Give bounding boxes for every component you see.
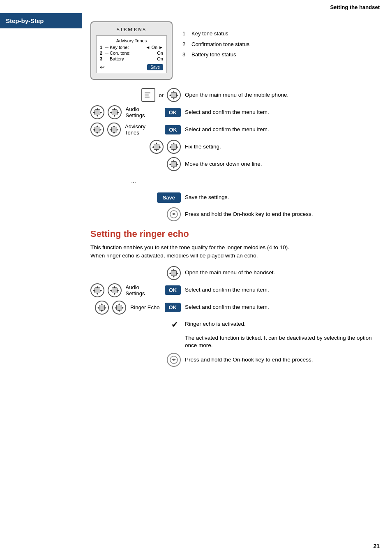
move-nav-cluster: ▲ ▼ ◄ ►	[167, 157, 181, 171]
activated-desc: Ringer echo is activated.	[185, 320, 380, 328]
annotation-2: 2 Confirmation tone status	[182, 40, 249, 49]
page-header: Setting the handset	[0, 0, 392, 13]
ticked-desc: The activated function is ticked. It can…	[185, 334, 380, 350]
save-desc: Save the settings.	[185, 194, 380, 202]
main-content: SIEMENS Advisory Tones 1 Key tone: ◄ On …	[82, 13, 392, 548]
save-button[interactable]: Save	[157, 192, 181, 203]
step-open-handset-menu: ▲ ▼ ◄ ► Open the main menu of the handse…	[90, 266, 380, 280]
advisory-nav-cluster: ▲ ▼ ◄ ► ▲ ▼ ◄ ►	[90, 123, 181, 137]
step-save: Save Save the settings.	[90, 191, 380, 204]
annotation-1: 1 Key tone status	[182, 30, 249, 38]
phone-brand: SIEMENS	[96, 26, 167, 33]
page-number: 21	[373, 543, 380, 549]
audio-settings-label: Audio Settings	[126, 106, 160, 118]
phone-mockup: SIEMENS Advisory Tones 1 Key tone: ◄ On …	[90, 21, 173, 80]
step-move-cursor: ▲ ▼ ◄ ► Move the cursor down one line.	[90, 157, 380, 171]
svg-point-3	[173, 359, 175, 361]
dpad-icon-10: ▲ ▼ ◄ ►	[108, 283, 122, 297]
step-audio-settings: ▲ ▼ ◄ ► ▲ ▼ ◄ ►	[90, 105, 380, 119]
handset-menu-cluster: ▲ ▼ ◄ ►	[167, 266, 181, 280]
phone-row-2: 2 Con. tone: On	[100, 51, 163, 56]
audio2-nav-cluster: ▲ ▼ ◄ ► ▲ ▼ ◄ ►	[90, 283, 181, 297]
step-ringer-echo: ▲ ▼ ◄ ► ▲ ▼ ◄ ►	[90, 301, 380, 315]
ok-button-1[interactable]: OK	[165, 108, 181, 117]
steps-section-1: or ▲ ▼ ◄ ► Open the main	[90, 88, 380, 221]
dpad-icon-11: ▲ ▼ ◄ ►	[95, 301, 109, 315]
dpad-icon-5: ▲ ▼ ◄ ►	[150, 140, 164, 154]
header-title: Setting the handset	[330, 4, 380, 10]
advisory-tones-label: Advisory Tones	[125, 123, 160, 136]
step-audio-settings-2: ▲ ▼ ◄ ► ▲ ▼ ◄ ►	[90, 283, 380, 297]
section-2-body: This function enables you to set the ton…	[90, 243, 304, 260]
dpad-icon-4: ▲ ▼ ◄ ►	[107, 123, 121, 137]
phone-screen-title: Advisory Tones	[100, 38, 163, 43]
audio-nav-cluster: ▲ ▼ ◄ ► ▲ ▼ ◄ ►	[90, 105, 181, 119]
dpad-icon-9: ▲ ▼ ◄ ►	[90, 283, 104, 297]
advisory-tones-desc: Select and confirm the menu item.	[185, 126, 380, 134]
sidebar-label: Step-by-Step	[0, 13, 82, 28]
onhook-icon-2	[167, 353, 181, 367]
dpad-icon-7: ▲ ▼ ◄ ►	[167, 157, 181, 171]
phone-screen: Advisory Tones 1 Key tone: ◄ On ► 2 Con.…	[96, 35, 167, 73]
fix-nav-cluster: ▲ ▼ ◄ ► ▲ ▼ ◄ ►	[150, 140, 181, 154]
phone-section: SIEMENS Advisory Tones 1 Key tone: ◄ On …	[90, 21, 380, 80]
open-handset-menu-desc: Open the main menu of the handset.	[185, 269, 380, 277]
section-2-heading: Setting the ringer echo	[90, 229, 380, 239]
step-fix-setting: ▲ ▼ ◄ ► ▲ ▼ ◄ ►	[90, 140, 380, 154]
ringer-echo-label: Ringer Echo	[130, 304, 160, 310]
audio-settings-label-2: Audio Settings	[126, 284, 160, 297]
steps-section-2: ▲ ▼ ◄ ► Open the main menu of the handse…	[90, 266, 380, 367]
phone-row-3: 3 Battery On	[100, 56, 163, 61]
menu-icon	[141, 88, 155, 102]
step-onhook-1: Press and hold the On-hook key to end th…	[90, 207, 380, 221]
step-ellipsis: ...	[90, 174, 380, 188]
menu-nav-cluster: or ▲ ▼ ◄ ►	[141, 88, 181, 102]
dpad-icon-8: ▲ ▼ ◄ ►	[167, 266, 181, 280]
audio-settings-desc: Select and confirm the menu item.	[185, 109, 380, 116]
svg-point-1	[173, 213, 175, 215]
dpad-icon-12: ▲ ▼ ◄ ►	[112, 301, 126, 315]
step-open-menu: or ▲ ▼ ◄ ► Open the main	[90, 88, 380, 102]
step-ticked: The activated function is ticked. It can…	[90, 334, 380, 350]
dpad-icon-2: ▲ ▼ ◄ ►	[108, 105, 122, 119]
dpad-icon: ▲ ▼ ◄ ►	[167, 88, 181, 102]
sidebar: Step-by-Step	[0, 13, 82, 548]
ringer-echo-desc: Select and confirm the menu item.	[185, 303, 380, 311]
move-cursor-desc: Move the cursor down one line.	[185, 160, 380, 168]
phone-annotations: 1 Key tone status 2 Confirmation tone st…	[182, 21, 249, 61]
ok-button-3[interactable]: OK	[165, 285, 181, 295]
fix-setting-desc: Fix the setting.	[185, 143, 380, 151]
phone-back-icon: ↩	[100, 64, 105, 70]
annotation-3: 3 Battery tone status	[182, 51, 249, 59]
phone-row-1: 1 Key tone: ◄ On ►	[100, 45, 163, 50]
or-text: or	[159, 92, 164, 98]
onhook-2-desc: Press and hold the On-hook key to end th…	[185, 356, 380, 364]
audio-settings-2-desc: Select and confirm the menu item.	[185, 286, 380, 294]
step-activated: ✔ Ringer echo is activated.	[90, 318, 380, 331]
phone-save-button: Save	[147, 64, 163, 70]
dpad-icon-6: ▲ ▼ ◄ ►	[167, 140, 181, 154]
step-advisory-tones: ▲ ▼ ◄ ► ▲ ▼ ◄ ►	[90, 123, 380, 137]
checkmark-icon: ✔	[171, 320, 178, 329]
open-menu-desc: Open the main menu of the mobile phone.	[185, 91, 380, 99]
ok-button-2[interactable]: OK	[165, 125, 181, 134]
onhook-1-desc: Press and hold the On-hook key to end th…	[185, 211, 380, 218]
onhook-icon-1	[167, 207, 181, 221]
step-onhook-2: Press and hold the On-hook key to end th…	[90, 353, 380, 367]
ellipsis-text: ...	[90, 178, 181, 184]
ok-button-4[interactable]: OK	[165, 303, 181, 312]
dpad-icon-1: ▲ ▼ ◄ ►	[90, 105, 104, 119]
dpad-icon-3: ▲ ▼ ◄ ►	[90, 123, 104, 137]
phone-save-row: ↩ Save	[100, 64, 163, 70]
ringer-nav-cluster: ▲ ▼ ◄ ► ▲ ▼ ◄ ►	[95, 301, 181, 315]
